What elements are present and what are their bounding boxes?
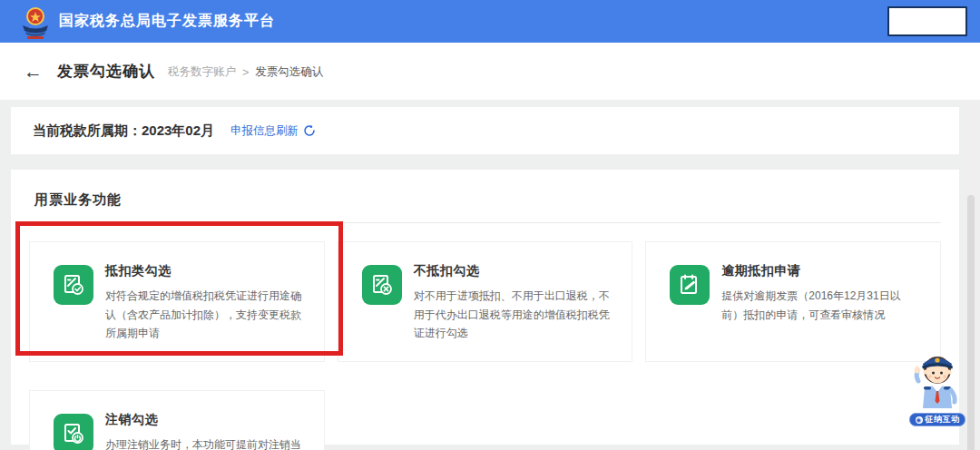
app-title: 国家税务总局电子发票服务平台 — [59, 12, 275, 31]
card-non-deduction-selection[interactable]: 不抵扣勾选 对不用于进项抵扣、不用于出口退税，不用于代办出口退税等用途的增值税扣… — [338, 241, 633, 362]
page-title: 发票勾选确认 — [57, 61, 155, 82]
invoice-check-icon — [54, 265, 93, 305]
refresh-link-label: 申报信息刷新 — [230, 123, 299, 139]
breadcrumb-item-current: 发票勾选确认 — [255, 64, 323, 80]
card-desc: 办理注销业务时，本功能可提前对注销当期的税款所属期的增值税扣税凭证进行勾选统计确… — [105, 435, 306, 450]
mascot-badge-icon: ◉ — [916, 416, 923, 424]
breadcrumb-item-account[interactable]: 税务数字账户 — [168, 64, 236, 80]
refresh-icon — [303, 124, 316, 137]
section-header: 用票业务功能 — [29, 170, 941, 223]
refresh-declaration-link[interactable]: 申报信息刷新 — [230, 123, 316, 139]
vertical-scrollbar-track[interactable] — [964, 100, 980, 450]
clipboard-edit-icon — [670, 265, 710, 305]
tax-officer-mascot-figure — [909, 350, 965, 414]
section-title: 用票业务功能 — [34, 191, 122, 207]
card-desc: 对不用于进项抵扣、不用于出口退税，不用于代办出口退税等用途的增值税扣税凭证进行勾… — [414, 287, 614, 343]
vertical-scrollbar-thumb[interactable] — [967, 195, 975, 450]
app-header: 国家税务总局电子发票服务平台 — [0, 0, 980, 43]
function-cards-grid: 抵扣类勾选 对符合规定的增值税扣税凭证进行用途确认（含农产品加计扣除），支持变更… — [11, 223, 959, 450]
card-cancellation-selection[interactable]: 注销勾选 办理注销业务时，本功能可提前对注销当期的税款所属期的增值税扣税凭证进行… — [29, 390, 325, 450]
card-title: 抵扣类勾选 — [105, 263, 306, 279]
mascot-badge-label: 征纳互动 — [926, 414, 960, 426]
user-info-box[interactable] — [887, 6, 967, 36]
card-desc: 提供对逾期发票（2016年12月31日以前）抵扣的申请，可查看审核情况 — [721, 287, 922, 324]
tax-period-label: 当前税款所属期： — [33, 122, 142, 140]
card-deduction-selection[interactable]: 抵扣类勾选 对符合规定的增值税扣税凭证进行用途确认（含农产品加计扣除），支持变更… — [29, 241, 325, 362]
card-desc: 对符合规定的增值税扣税凭证进行用途确认（含农产品加计扣除），支持变更税款所属期申… — [105, 287, 306, 343]
invoice-cross-icon — [362, 265, 402, 305]
card-title: 逾期抵扣申请 — [721, 263, 922, 279]
business-functions-panel: 用票业务功能 抵扣类勾选 对符合规定的增值税扣税凭证进行用途确认（含农产品加计扣… — [11, 170, 959, 445]
breadcrumb: 税务数字账户 > 发票勾选确认 — [168, 64, 323, 80]
invoice-power-icon — [54, 414, 93, 450]
card-title: 注销勾选 — [105, 412, 306, 428]
tax-period-value: 2023年02月 — [142, 122, 214, 140]
card-title: 不抵扣勾选 — [414, 263, 614, 279]
back-arrow-icon[interactable]: ← — [24, 62, 43, 81]
tax-emblem-logo — [20, 5, 51, 40]
breadcrumb-bar: ← 发票勾选确认 税务数字账户 > 发票勾选确认 — [0, 43, 980, 100]
card-overdue-deduction-application[interactable]: 逾期抵扣申请 提供对逾期发票（2016年12月31日以前）抵扣的申请，可查看审核… — [645, 241, 941, 362]
tax-officer-mascot[interactable]: ◉ 征纳互动 — [909, 350, 965, 436]
tax-period-panel: 当前税款所属期： 2023年02月 申报信息刷新 — [11, 107, 959, 154]
breadcrumb-separator: > — [242, 66, 249, 79]
mascot-badge[interactable]: ◉ 征纳互动 — [909, 413, 965, 426]
